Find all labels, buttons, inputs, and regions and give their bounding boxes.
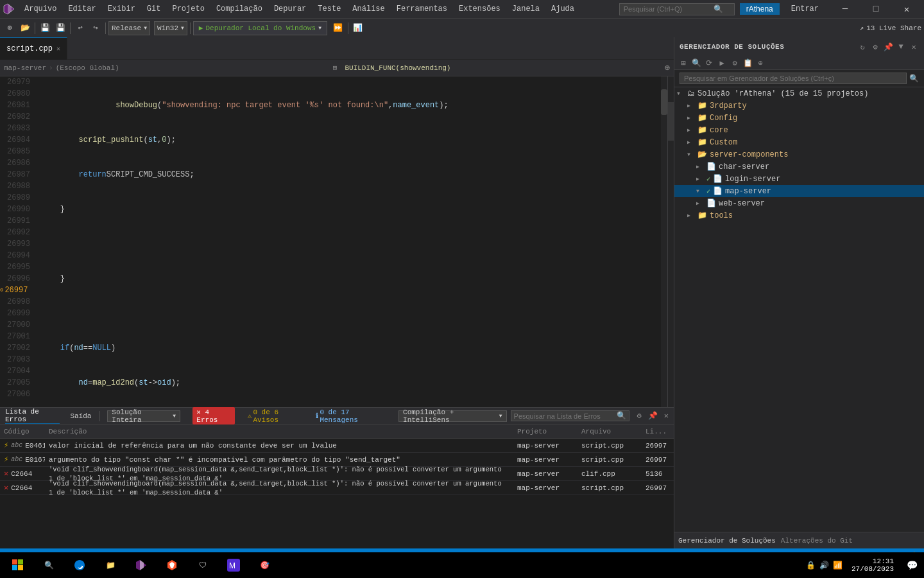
sidebar-menu-icon[interactable]: ▼ (896, 42, 906, 52)
menu-ajuda[interactable]: Ajuda (546, 3, 579, 15)
minimap-indicator[interactable] (668, 102, 674, 141)
menu-projeto[interactable]: Projeto (167, 3, 209, 15)
taskbar-shield[interactable]: 🛡 (189, 552, 217, 578)
taskbar-edge[interactable] (65, 552, 94, 578)
ep-settings-icon[interactable]: ⚙ (637, 411, 642, 421)
tree-map-server[interactable]: ▼ ✓ 📄 map-server (674, 185, 924, 197)
output-tab[interactable]: Saída (70, 412, 91, 420)
sidebar-close-icon[interactable]: ✕ (909, 42, 919, 52)
sidebar-refresh-icon[interactable]: ⚙ (870, 42, 880, 52)
taskbar-extra[interactable]: 🎯 (250, 552, 278, 578)
maximize-button[interactable]: □ (861, 0, 891, 18)
new-btn[interactable]: ⊕ (3, 21, 17, 35)
tab-close-icon[interactable]: ✕ (56, 45, 60, 53)
sidebar-search-input[interactable] (680, 73, 907, 84)
add-line-icon[interactable]: ⊕ (665, 62, 670, 73)
solution-explorer: Gerenciador de Soluções ↻ ⚙ 📌 ▼ ✕ ⊞ 🔍 ⟳ … (674, 37, 924, 548)
menu-depurar[interactable]: Depurar (269, 3, 311, 15)
save-btn[interactable]: 💾 (38, 21, 52, 35)
menu-compilacao[interactable]: Compilação (211, 3, 268, 15)
sidebar-sync-icon[interactable]: ↻ (857, 42, 868, 52)
taskbar-clock[interactable]: 12:31 27/08/2023 (851, 557, 899, 573)
tab-script-cpp[interactable]: script.cpp ✕ (0, 37, 67, 60)
st-icon-2[interactable]: 🔍 (691, 58, 701, 68)
tree-custom[interactable]: ▶ 📁 Custom (674, 136, 924, 148)
save-all-btn[interactable]: 💾 (53, 21, 67, 35)
taskbar-search[interactable]: 🔍 (35, 552, 63, 578)
sidebar-pin-icon[interactable]: 📌 (883, 42, 893, 52)
error-count-label[interactable]: ✕ 4 Erros (193, 407, 235, 425)
open-btn[interactable]: 📂 (18, 21, 32, 35)
col-code[interactable]: Código (0, 428, 45, 435)
tree-server-components[interactable]: ▼ 📂 server-components (674, 148, 924, 161)
st-icon-1[interactable]: ⊞ (678, 58, 689, 68)
platform-dropdown[interactable]: Win32 ▼ (154, 21, 187, 35)
menu-exibir[interactable]: Exibir (103, 3, 141, 15)
st-icon-5[interactable]: ⚙ (730, 58, 740, 68)
error-row-1[interactable]: ⚡ abc E0461 valor inicial de referência … (0, 439, 674, 453)
menu-bar: Arquivo Editar Exibir Git Projeto Compil… (0, 0, 924, 18)
col-desc[interactable]: Descrição (45, 428, 513, 435)
minimize-button[interactable]: ─ (830, 0, 860, 18)
error-list-tab[interactable]: Lista de Erros (5, 408, 60, 424)
error-search[interactable]: 🔍 (511, 410, 629, 421)
tree-login-server[interactable]: ▶ ✓ 📄 login-server (674, 173, 924, 185)
menu-teste[interactable]: Teste (312, 3, 346, 15)
error-search-input[interactable] (514, 412, 617, 420)
tree-web-server[interactable]: ▶ 📄 web-server (674, 197, 924, 209)
menu-janela[interactable]: Janela (507, 3, 545, 15)
tree-core[interactable]: ▶ 📁 core (674, 124, 924, 136)
menu-extensoes[interactable]: Extensões (454, 3, 506, 15)
col-proj[interactable]: Projeto (513, 428, 578, 435)
taskbar-vs[interactable] (127, 552, 155, 578)
run-button[interactable]: ▶ Depurador Local do Windows ▼ (193, 21, 327, 35)
tree-tools[interactable]: ▶ 📁 tools (674, 209, 924, 222)
menu-arquivo[interactable]: Arquivo (19, 3, 62, 15)
taskbar-files[interactable]: 📁 (96, 552, 124, 578)
errors-count-badge[interactable]: ✕ 4 Erros (193, 407, 235, 425)
tree-config[interactable]: ▶ 📁 Config (674, 112, 924, 124)
perf-btn[interactable]: 📊 (351, 21, 365, 35)
redo-btn[interactable]: ↪ (89, 21, 103, 35)
solution-root[interactable]: ▼ 🗂 Solução 'rAthena' (15 de 15 projetos… (674, 87, 924, 100)
st-icon-4[interactable]: ▶ (717, 58, 727, 68)
config-label: Config (710, 114, 737, 123)
debug-btn[interactable]: ⏩ (331, 21, 345, 35)
notification-area[interactable]: 💬 (904, 560, 920, 571)
vertical-scrollbar[interactable] (661, 76, 667, 407)
build-filter-dropdown[interactable]: Compilação + IntelliSens ▼ (398, 410, 507, 422)
menu-editar[interactable]: Editar (63, 3, 101, 15)
gerenciador-tab[interactable]: Gerenciador de Soluções (678, 537, 776, 545)
taskbar-brave[interactable] (158, 552, 186, 578)
scope-filter-dropdown[interactable]: Solução Inteira ▼ (107, 410, 180, 422)
ep-close-icon[interactable]: ✕ (664, 411, 669, 421)
code-content[interactable]: showDebug("showvending: npc target event… (35, 76, 667, 407)
ep-pin-icon[interactable]: 📌 (648, 411, 658, 421)
st-icon-7[interactable]: ⊕ (755, 58, 766, 68)
warnings-count[interactable]: ⚠ 0 de 6 Avisos (248, 408, 304, 424)
tree-char-server[interactable]: ▶ 📄 char-server (674, 161, 924, 173)
undo-btn[interactable]: ↩ (73, 21, 87, 35)
menu-git[interactable]: Git (142, 3, 166, 15)
enter-button[interactable]: Entrar (785, 3, 825, 15)
search-input[interactable] (624, 5, 714, 13)
scrollbar-thumb[interactable] (661, 89, 667, 115)
st-icon-3[interactable]: ⟳ (704, 58, 714, 68)
minimap-toggle[interactable]: ⊞ (333, 64, 338, 72)
user-button[interactable]: rAthena (740, 3, 780, 15)
close-button[interactable]: ✕ (892, 0, 921, 18)
start-button[interactable] (4, 552, 32, 578)
tree-3rdparty[interactable]: ▶ 📁 3rdparty (674, 100, 924, 112)
config-dropdown[interactable]: Release ▼ (108, 21, 150, 35)
col-file[interactable]: Arquivo (578, 428, 642, 435)
messages-count[interactable]: ℹ 0 de 17 Mensagens (316, 408, 386, 424)
menu-analise[interactable]: Análise (347, 3, 389, 15)
live-share-button[interactable]: ↗ 13 Live Share (860, 24, 921, 32)
col-line[interactable]: Li... (642, 428, 674, 435)
error-row-4[interactable]: ✕ C2664 'void clif_showvendingboard(map_… (0, 481, 674, 495)
taskbar-dev[interactable]: M (219, 552, 248, 578)
git-tab[interactable]: Alterações do Git (781, 537, 853, 545)
menu-ferramentas[interactable]: Ferramentas (391, 3, 452, 15)
global-search[interactable]: 🔍 (619, 3, 735, 15)
st-icon-6[interactable]: 📋 (742, 58, 753, 68)
